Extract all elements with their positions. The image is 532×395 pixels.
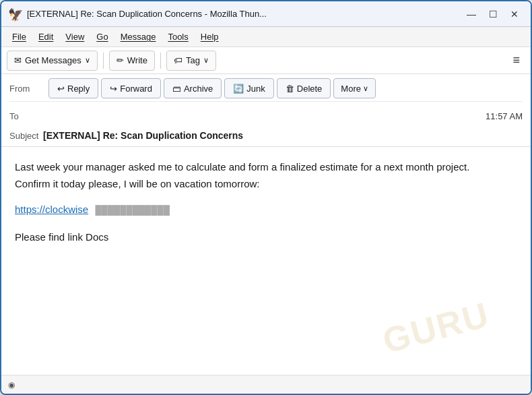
junk-label: Junk xyxy=(246,84,265,94)
maximize-button[interactable]: ☐ xyxy=(484,6,502,22)
window-title: [EXTERNAL] Re: Scan Duplication Concerns… xyxy=(27,9,457,19)
more-button[interactable]: More ∨ xyxy=(333,78,376,98)
more-label: More xyxy=(341,84,361,94)
forward-label: Forward xyxy=(120,84,152,94)
menu-tools[interactable]: Tools xyxy=(162,30,193,44)
subject-label: Subject xyxy=(9,131,43,141)
subject-row: Subject [EXTERNAL] Re: Scan Duplication … xyxy=(9,127,523,142)
archive-button[interactable]: 🗃 Archive xyxy=(164,78,222,98)
get-messages-button[interactable]: ✉ Get Messages ∨ xyxy=(7,51,98,71)
status-bar: ◉ xyxy=(1,375,531,394)
main-window: 🦅 [EXTERNAL] Re: Scan Duplication Concer… xyxy=(0,0,532,395)
forward-icon: ↪ xyxy=(110,84,117,94)
body-paragraph-2: Confirm it today please, I will be on va… xyxy=(15,176,517,191)
get-messages-dropdown-icon: ∨ xyxy=(85,56,90,65)
close-button[interactable]: ✕ xyxy=(505,6,524,22)
junk-icon: 🔄 xyxy=(233,84,244,94)
get-messages-icon: ✉ xyxy=(14,55,22,65)
tag-dropdown-icon: ∨ xyxy=(203,56,209,65)
toolbar-divider-1 xyxy=(103,53,104,69)
minimize-button[interactable]: — xyxy=(462,6,481,22)
reply-label: Reply xyxy=(67,84,90,94)
app-icon: 🦅 xyxy=(8,7,22,21)
menu-edit[interactable]: Edit xyxy=(33,30,59,44)
get-messages-label: Get Messages xyxy=(25,55,81,65)
to-label: To xyxy=(9,111,43,121)
toolbar: ✉ Get Messages ∨ ✏ Write 🏷 Tag ∨ ≡ xyxy=(1,47,531,74)
archive-label: Archive xyxy=(184,84,213,94)
title-bar: 🦅 [EXTERNAL] Re: Scan Duplication Concer… xyxy=(1,1,531,27)
delete-icon: 🗑 xyxy=(286,84,294,94)
subject-value: [EXTERNAL] Re: Scan Duplication Concerns xyxy=(43,130,243,141)
reply-button[interactable]: ↩ Reply xyxy=(48,78,98,98)
from-label: From xyxy=(9,84,43,94)
write-icon: ✏ xyxy=(117,55,124,65)
body-link-redacted: ████████████ xyxy=(95,205,170,215)
more-dropdown-icon: ∨ xyxy=(363,84,368,93)
body-link[interactable]: https://clockwise xyxy=(15,204,88,215)
window-controls: — ☐ ✕ xyxy=(462,6,524,22)
message-header: From ↩ Reply ↪ Forward 🗃 Archive 🔄 Junk xyxy=(1,74,531,147)
menu-view[interactable]: View xyxy=(60,30,90,44)
delete-button[interactable]: 🗑 Delete xyxy=(277,78,331,98)
to-row: To 11:57 AM xyxy=(9,104,523,127)
status-icon: ◉ xyxy=(8,380,15,390)
forward-button[interactable]: ↪ Forward xyxy=(101,78,161,98)
body-paragraph-1: Last week your manager asked me to calcu… xyxy=(15,159,517,175)
write-button[interactable]: ✏ Write xyxy=(109,51,155,71)
archive-icon: 🗃 xyxy=(172,84,181,94)
menu-file[interactable]: File xyxy=(7,30,32,44)
body-text: Last week your manager asked me to calcu… xyxy=(15,159,517,245)
toolbar-divider-2 xyxy=(160,53,161,69)
message-body: Last week your manager asked me to calcu… xyxy=(1,147,531,375)
delete-label: Delete xyxy=(297,84,323,94)
menu-help[interactable]: Help xyxy=(195,30,224,44)
junk-button[interactable]: 🔄 Junk xyxy=(224,78,273,98)
body-paragraph-3: Please find link Docs xyxy=(15,229,517,245)
hamburger-menu-button[interactable]: ≡ xyxy=(507,51,525,70)
from-row: From ↩ Reply ↪ Forward 🗃 Archive 🔄 Junk xyxy=(9,78,523,102)
message-timestamp: 11:57 AM xyxy=(486,111,523,121)
action-buttons: ↩ Reply ↪ Forward 🗃 Archive 🔄 Junk 🗑 xyxy=(48,78,523,98)
tag-icon: 🏷 xyxy=(174,55,182,65)
tag-label: Tag xyxy=(186,55,200,65)
menu-go[interactable]: Go xyxy=(91,30,113,44)
watermark: GURU xyxy=(378,294,494,361)
menu-bar: File Edit View Go Message Tools Help xyxy=(1,27,531,47)
write-label: Write xyxy=(127,55,147,65)
reply-icon: ↩ xyxy=(57,84,65,94)
tag-button[interactable]: 🏷 Tag ∨ xyxy=(166,51,216,71)
menu-message[interactable]: Message xyxy=(115,30,162,44)
